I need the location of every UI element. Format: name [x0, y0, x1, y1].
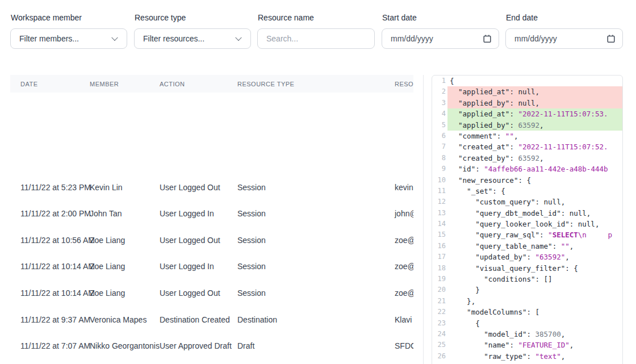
line-number: 5 — [432, 120, 447, 131]
line-number: 25 — [432, 340, 447, 350]
table-row[interactable]: 11/11/22 at 7:07 AMNikko GeorgantonisMod… — [10, 359, 413, 364]
calendar-icon — [606, 34, 616, 43]
code-line: 22 "modelColumns": [ — [432, 307, 622, 317]
line-content: "applied_by": 63592, — [447, 120, 622, 131]
line-content: "query_dbt_model_id": null, — [447, 208, 622, 219]
line-number: 17 — [432, 252, 447, 262]
audit-table: DATEMEMBERACTIONRESOURCE TYPERESOURCE NA… — [10, 75, 413, 364]
line-content: { — [447, 318, 622, 329]
code-line: 6 "comment": "", — [432, 131, 622, 141]
line-number: 11 — [432, 186, 447, 196]
line-content: "new_resource": { — [447, 175, 622, 186]
line-number: 27 — [432, 362, 447, 364]
line-number: 15 — [432, 229, 447, 240]
line-number: 22 — [432, 307, 447, 317]
calendar-icon — [483, 34, 492, 43]
code-line: 10 "new_resource": { — [432, 175, 622, 186]
code-line: 3 "applied_by": null, — [432, 98, 622, 108]
cell-resource_name: SFDC — [395, 359, 413, 364]
cell-resource_name: SFDC — [395, 333, 413, 359]
code-line: 18 "visual_query_filter": { — [432, 263, 622, 274]
cell-date: 11/11/22 at 2:00 PM — [20, 200, 91, 227]
json-diff-panel[interactable]: 1{2 "applied_at": null,3 "applied_by": n… — [432, 75, 623, 364]
line-number: 7 — [432, 141, 447, 152]
code-line: 11 "_set": { — [432, 186, 622, 196]
table-row[interactable]: 11/11/22 at 10:56 AMZoe LiangUser Logged… — [10, 227, 413, 253]
code-line: 4 "applied_at": "2022-11-11T15:07:53. — [432, 108, 622, 119]
code-line: 25 "name": "FEATURE_ID", — [432, 340, 622, 350]
cell-member: Zoe Liang — [90, 227, 125, 253]
code-line: 2 "applied_at": null, — [432, 86, 622, 97]
cell-date: 11/11/22 at 10:14 AM — [20, 253, 95, 280]
cell-action: User Logged Out — [160, 227, 220, 253]
table-header: DATEMEMBERACTIONRESOURCE TYPERESOURCE NA… — [10, 75, 413, 93]
line-number: 21 — [432, 296, 447, 307]
line-content: }, — [447, 296, 622, 307]
code-line: 21 }, — [432, 296, 622, 307]
line-content: { — [447, 76, 622, 86]
code-line: 1{ — [432, 76, 622, 86]
cell-member: Nikko Georgantonis — [90, 359, 160, 364]
resource-type-select[interactable]: Filter resources... — [134, 28, 251, 49]
code-line: 27 "type": "string", — [432, 362, 622, 364]
cell-resource_type: Model Column — [237, 359, 288, 364]
code-line: 7 "created_at": "2022-11-11T15:07:52. — [432, 141, 622, 152]
code-line: 19 "conditions": [] — [432, 274, 622, 284]
cell-resource_name: zoe@ — [395, 227, 413, 253]
cell-member: Zoe Liang — [90, 253, 125, 280]
code-line: 13 "query_dbt_model_id": null, — [432, 208, 622, 219]
cell-resource_type: Session — [237, 279, 266, 306]
table-row[interactable]: 11/11/22 at 5:23 PMKevin LinUser Logged … — [10, 174, 413, 200]
resource-name-label: Resource name — [258, 14, 314, 22]
cell-resource_name: Klavi — [395, 306, 412, 333]
line-content: "modelColumns": [ — [447, 307, 622, 317]
line-content: "applied_at": null, — [447, 86, 622, 97]
code-line: 26 "raw_type": "text", — [432, 351, 622, 362]
cell-date: 11/11/22 at 10:56 AM — [20, 227, 95, 253]
code-line: 12 "custom_query": null, — [432, 196, 622, 207]
line-content: "name": "FEATURE_ID", — [447, 340, 622, 350]
start-date-input[interactable]: mm/dd/yyyy — [382, 28, 499, 49]
line-number: 20 — [432, 284, 447, 295]
line-number: 8 — [432, 153, 447, 164]
resource-type-label: Resource type — [135, 14, 186, 22]
line-number: 13 — [432, 208, 447, 219]
cell-date: 11/11/22 at 10:14 AM — [20, 279, 95, 306]
line-content: "comment": "", — [447, 131, 622, 141]
workspace-member-select[interactable]: Filter members... — [10, 28, 127, 49]
code-lines: 1{2 "applied_at": null,3 "applied_by": n… — [432, 76, 622, 364]
line-number: 14 — [432, 219, 447, 229]
table-row[interactable]: 11/11/22 at 9:37 AMVeronica MapesDestina… — [10, 306, 413, 333]
cell-action: Destination Created — [160, 306, 230, 333]
audit-log-page: Workspace member Filter members... Resou… — [0, 0, 636, 364]
line-content: "created_by": 63592, — [447, 153, 622, 164]
cell-resource_name: zoe@ — [395, 253, 413, 280]
line-content: "applied_at": "2022-11-11T15:07:53. — [447, 108, 622, 119]
line-number: 12 — [432, 196, 447, 207]
code-line: 16 "query_table_name": "", — [432, 241, 622, 252]
start-date-value: mm/dd/yyyy — [391, 34, 433, 43]
line-number: 24 — [432, 329, 447, 340]
cell-action: User Approved Draft — [160, 333, 232, 359]
line-number: 19 — [432, 274, 447, 284]
cell-resource_name: john@ — [395, 200, 413, 227]
cell-date: 11/11/22 at 7:07 AM — [20, 333, 90, 359]
chevron-down-icon — [235, 35, 241, 41]
code-line: 5 "applied_by": 63592, — [432, 120, 622, 131]
line-number: 1 — [432, 76, 447, 86]
line-content: "id": "4affeb66-aa11-442e-a48b-444b — [447, 164, 622, 174]
start-date-label: Start date — [382, 14, 417, 22]
table-row[interactable]: 11/11/22 at 2:00 PMJohn TanUser Logged I… — [10, 200, 413, 227]
end-date-input[interactable]: mm/dd/yyyy — [505, 28, 623, 49]
line-number: 16 — [432, 241, 447, 252]
cell-member: Zoe Liang — [90, 279, 125, 306]
table-row[interactable]: 11/11/22 at 7:07 AMNikko GeorgantonisUse… — [10, 333, 413, 359]
table-row[interactable]: 11/11/22 at 10:14 AMZoe LiangUser Logged… — [10, 279, 413, 306]
table-row[interactable]: 11/11/22 at 10:14 AMZoe LiangUser Logged… — [10, 253, 413, 280]
column-header: RESOURCE TYPE — [237, 75, 294, 93]
cell-date: 11/11/22 at 7:07 AM — [20, 359, 90, 364]
cell-member: Kevin Lin — [90, 174, 123, 200]
resource-name-search-input[interactable] — [257, 28, 375, 49]
line-content: "conditions": [] — [447, 274, 622, 284]
line-content: "raw_type": "text", — [447, 351, 622, 362]
